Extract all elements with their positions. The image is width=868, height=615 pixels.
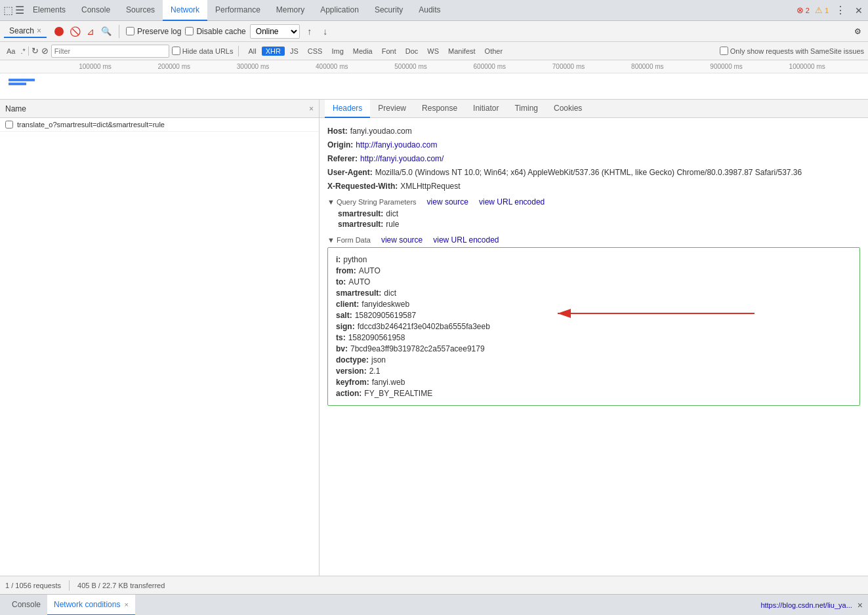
bottom-url-link[interactable]: https://blog.csdn.net/liu_ya... [760,601,852,609]
samesite-checkbox[interactable] [720,47,728,55]
details-tab-initiator[interactable]: Initiator [465,100,506,118]
console-tab[interactable]: Console [5,595,47,616]
tab-application[interactable]: Application [312,0,367,21]
user-agent-value: Mozilla/5.0 (Windows NT 10.0; Win64; x64… [375,167,802,178]
form-entry-value-11: fanyi.web [372,378,405,387]
details-tab-headers[interactable]: Headers [325,100,370,118]
user-agent-header: User-Agent: Mozilla/5.0 (Windows NT 10.0… [327,167,860,178]
form-entry-value-6: fdccd3b246421f3e0402ba6555fa3eeb [358,322,490,331]
bottom-close-button[interactable]: × [858,600,863,610]
throttle-select[interactable]: Online Fast 3G Slow 3G Offline [250,24,300,39]
regex-button[interactable]: .* [20,47,25,55]
file-item[interactable]: translate_o?smartresult=dict&smartresult… [0,118,319,132]
file-list-items: translate_o?smartresult=dict&smartresult… [0,118,319,576]
tab-security[interactable]: Security [367,0,411,21]
tab-audits[interactable]: Audits [411,0,448,21]
x-requested-with-header: X-Requested-With: XMLHttpRequest [327,180,860,192]
tab-console[interactable]: Console [73,0,118,21]
ruler-tick-2: 300000 ms [237,63,269,70]
clear-button[interactable]: 🚫 [69,26,81,37]
tab-memory[interactable]: Memory [268,0,312,21]
inspect-icon[interactable]: ⬚ [3,5,13,16]
devtools-close-button[interactable]: ✕ [852,4,865,17]
form-view-source[interactable]: view source [381,235,423,245]
form-entry-10: version:2.1 [336,367,852,376]
query-string-toggle[interactable]: ▼ Query String Parameters [327,198,417,206]
form-entries-list: i:pythonfrom:AUTOto:AUTOsmartresult:dict… [336,255,852,398]
tab-performance[interactable]: Performance [207,0,268,21]
network-conditions-tab[interactable]: Network conditions × [47,595,135,616]
refresh-button[interactable]: ↻ [31,46,39,56]
host-key: Host: [327,125,348,137]
text-size-button[interactable]: Aa [4,46,18,56]
tab-network[interactable]: Network [163,0,207,21]
timeline-ruler: 100000 ms200000 ms300000 ms400000 ms5000… [0,60,868,73]
disable-cache-label[interactable]: Disable cache [185,27,245,36]
type-btn-xhr[interactable]: XHR [262,47,285,56]
device-icon[interactable]: ☰ [14,5,25,16]
type-btn-font[interactable]: Font [378,47,400,56]
samesite-label[interactable]: Only show requests with SameSite issues [720,47,864,55]
type-btn-js[interactable]: JS [286,47,302,56]
export-button[interactable]: ↓ [320,26,331,37]
disable-cache-checkbox[interactable] [185,27,194,35]
form-entry-2: to:AUTO [336,277,852,287]
preserve-log-checkbox[interactable] [126,27,134,35]
filter-icon[interactable]: ⊿ [85,26,96,37]
type-btn-img[interactable]: Img [327,47,347,56]
search-icon-button[interactable]: 🔍 [100,26,112,37]
ruler-tick-5: 600000 ms [474,63,506,70]
x-requested-with-value: XMLHttpRequest [400,180,460,192]
details-tab-cookies[interactable]: Cookies [546,100,590,118]
type-btn-media[interactable]: Media [349,47,377,56]
query-view-url-encoded[interactable]: view URL encoded [479,197,545,207]
record-icon [54,27,64,36]
details-tab-response[interactable]: Response [414,100,465,118]
import-button[interactable]: ↑ [304,26,316,37]
file-list-close[interactable]: × [309,104,314,113]
referer-key: Referer: [327,153,358,165]
query-view-source[interactable]: view source [427,197,468,207]
form-entry-7: ts:1582090561958 [336,333,852,342]
form-entry-key-1: from: [336,266,356,275]
record-button[interactable] [53,26,65,37]
details-panel: HeadersPreviewResponseInitiatorTimingCoo… [320,100,868,576]
disable-cache-text: Disable cache [196,27,245,36]
form-view-url-encoded[interactable]: view URL encoded [433,235,499,245]
search-tab[interactable]: Search × [4,25,47,38]
form-entry-value-9: json [371,355,386,365]
form-entry-value-12: FY_BY_REALTIME [364,389,432,398]
preserve-log-label[interactable]: Preserve log [126,27,181,36]
hide-data-urls-checkbox[interactable] [172,47,180,55]
settings-button[interactable]: ⚙ [851,25,864,38]
hide-data-urls-label[interactable]: Hide data URLs [172,47,234,55]
toolbar-separator-1 [119,25,119,38]
type-btn-ws[interactable]: WS [423,47,443,56]
more-menu-button[interactable]: ⋮ [834,4,847,17]
search-tab-close[interactable]: × [37,26,41,35]
tab-elements[interactable]: Elements [25,0,73,21]
ruler-tick-4: 500000 ms [394,63,426,70]
query-string-title: ▼ Query String Parameters [327,198,417,206]
referer-header: Referer: http://fanyi.youdao.com/ [327,153,860,165]
details-tab-preview[interactable]: Preview [370,100,414,118]
file-item-checkbox[interactable] [5,121,13,129]
type-btn-doc[interactable]: Doc [402,47,423,56]
form-entry-key-4: client: [336,300,359,309]
network-conditions-close[interactable]: × [124,601,128,608]
form-data-toggle[interactable]: ▼ Form Data [327,236,371,244]
negate-button[interactable]: ⊘ [41,46,49,56]
origin-header: Origin: http://fanyi.youdao.com [327,139,860,151]
tab-sources[interactable]: Sources [118,0,163,21]
type-btn-other[interactable]: Other [481,47,507,56]
origin-key: Origin: [327,139,353,151]
ruler-tick-8: 900000 ms [710,63,742,70]
type-btn-manifest[interactable]: Manifest [444,47,480,56]
details-tab-timing[interactable]: Timing [506,100,546,118]
samesite-text: Only show requests with SameSite issues [730,47,864,55]
type-btn-all[interactable]: All [244,47,260,56]
form-entry-1: from:AUTO [336,266,852,275]
filter-input[interactable] [51,45,169,58]
type-btn-css[interactable]: CSS [304,47,327,56]
error-icon: ⊗ [796,5,804,15]
